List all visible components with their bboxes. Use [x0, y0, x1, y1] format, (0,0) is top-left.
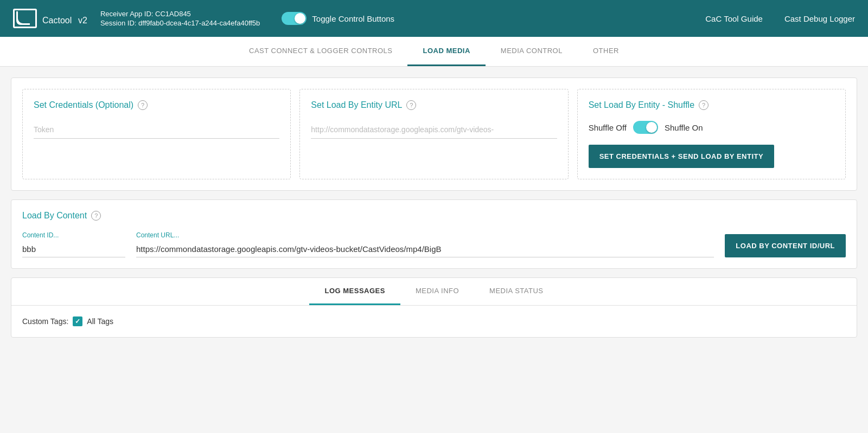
log-messages-content: Custom Tags: All Tags — [11, 306, 857, 337]
shuffle-slider — [633, 121, 658, 134]
shuffle-help-icon[interactable]: ? — [699, 100, 709, 110]
shuffle-card-title: Set Load By Entity - Shuffle ? — [589, 100, 834, 110]
tab-media-control[interactable]: MEDIA CONTROL — [486, 37, 578, 66]
load-by-content-button[interactable]: LOAD BY CONTENT ID/URL — [725, 234, 846, 257]
entity-url-card-title: Set Load By Entity URL ? — [311, 100, 557, 110]
shuffle-title-text: Set Load By Entity - Shuffle — [589, 100, 694, 110]
shuffle-off-label: Shuffle Off — [589, 123, 627, 132]
session-info: Receiver App ID: CC1AD845 Session ID: df… — [100, 10, 260, 27]
app-header: Cactool v2 Receiver App ID: CC1AD845 Ses… — [0, 0, 868, 37]
cast-icon — [13, 9, 37, 28]
entity-url-help-icon[interactable]: ? — [406, 100, 416, 110]
logo-name: Cactool — [42, 16, 72, 25]
content-id-group: Content ID... — [22, 231, 125, 257]
tab-media-status[interactable]: MEDIA STATUS — [474, 278, 558, 305]
logo-text: Cactool v2 — [42, 10, 87, 27]
content-url-group: Content URL... — [136, 231, 714, 257]
entity-url-card: Set Load By Entity URL ? — [299, 89, 568, 179]
tab-other[interactable]: OTHER — [578, 37, 634, 66]
toggle-slider — [282, 12, 307, 25]
all-tags-checkbox[interactable] — [73, 316, 82, 326]
load-content-card: Load By Content ? Content ID... Content … — [11, 199, 857, 269]
cac-tool-guide-link[interactable]: CaC Tool Guide — [705, 14, 763, 23]
credentials-title-text: Set Credentials (Optional) — [34, 100, 133, 110]
main-tab-bar: CAST CONNECT & LOGGER CONTROLS LOAD MEDI… — [0, 37, 868, 67]
entity-url-input[interactable] — [311, 121, 557, 139]
load-content-title-text: Load By Content — [22, 211, 87, 221]
shuffle-card: Set Load By Entity - Shuffle ? Shuffle O… — [577, 89, 846, 179]
shuffle-toggle-switch[interactable] — [633, 121, 658, 134]
cast-debug-logger-link[interactable]: Cast Debug Logger — [784, 14, 855, 23]
custom-tags-label: Custom Tags: — [22, 317, 68, 326]
toggle-label: Toggle Control Buttons — [312, 14, 394, 23]
control-toggle-switch[interactable] — [282, 12, 307, 25]
tab-load-media[interactable]: LOAD MEDIA — [407, 37, 485, 66]
session-id: Session ID: dff9fab0-dcea-4c17-a244-ca4e… — [100, 19, 260, 27]
header-nav: CaC Tool Guide Cast Debug Logger — [705, 14, 855, 23]
shuffle-on-label: Shuffle On — [665, 123, 703, 132]
bottom-section: LOG MESSAGES MEDIA INFO MEDIA STATUS Cus… — [11, 277, 857, 338]
content-id-label: Content ID... — [22, 231, 125, 239]
token-input[interactable] — [34, 121, 279, 139]
toggle-control-buttons[interactable]: Toggle Control Buttons — [282, 12, 394, 25]
credentials-card-title: Set Credentials (Optional) ? — [34, 100, 279, 110]
logo: Cactool v2 — [13, 9, 87, 28]
custom-tags-row: Custom Tags: All Tags — [22, 316, 846, 326]
shuffle-toggle-row: Shuffle Off Shuffle On — [589, 121, 834, 134]
load-content-help-icon[interactable]: ? — [91, 211, 101, 221]
content-id-input[interactable] — [22, 241, 125, 257]
content-url-input[interactable] — [136, 241, 714, 257]
content-url-label: Content URL... — [136, 231, 714, 239]
credentials-help-icon[interactable]: ? — [138, 100, 148, 110]
load-content-inputs: Content ID... Content URL... LOAD BY CON… — [22, 231, 846, 257]
tab-media-info[interactable]: MEDIA INFO — [400, 278, 474, 305]
tab-log-messages[interactable]: LOG MESSAGES — [309, 278, 400, 305]
all-tags-label: All Tags — [87, 317, 113, 326]
logo-version: v2 — [78, 16, 87, 25]
receiver-app-id: Receiver App ID: CC1AD845 — [100, 10, 260, 18]
load-content-title: Load By Content ? — [22, 211, 846, 221]
main-content: Set Credentials (Optional) ? Set Load By… — [0, 67, 868, 348]
credentials-card: Set Credentials (Optional) ? — [22, 89, 291, 179]
set-credentials-send-load-button[interactable]: SET CREDENTIALS + SEND LOAD BY ENTITY — [589, 145, 775, 168]
top-cards-row: Set Credentials (Optional) ? Set Load By… — [11, 77, 857, 191]
entity-url-title-text: Set Load By Entity URL — [311, 100, 402, 110]
tab-cast-connect[interactable]: CAST CONNECT & LOGGER CONTROLS — [234, 37, 407, 66]
bottom-tab-bar: LOG MESSAGES MEDIA INFO MEDIA STATUS — [11, 278, 857, 306]
